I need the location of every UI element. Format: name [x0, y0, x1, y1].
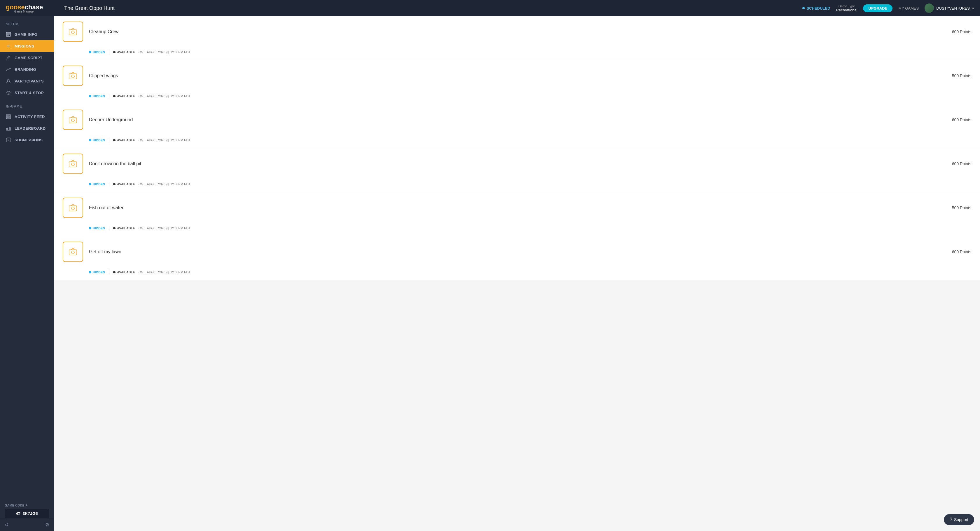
mission-name: Cleanup Crew	[89, 29, 946, 34]
info-icon: ℹ	[25, 503, 27, 507]
mission-main: Deeper Underground 600 Points	[54, 104, 980, 135]
hidden-label: HIDDEN	[93, 94, 105, 98]
missions-icon: ≡	[6, 43, 11, 49]
leaderboard-icon	[6, 125, 11, 131]
status-on-label: ON	[138, 94, 143, 98]
sidebar-item-participants[interactable]: PARTICIPANTS	[0, 75, 54, 87]
available-label: AVAILABLE	[117, 182, 135, 186]
game-type-value: Recreational	[836, 8, 857, 12]
available-dot	[113, 95, 116, 97]
hidden-label: HIDDEN	[93, 138, 105, 142]
game-code-value: 3K7JG6	[22, 511, 38, 516]
svg-rect-27	[69, 206, 77, 211]
hidden-dot	[89, 139, 91, 141]
sidebar-item-leaderboard[interactable]: LEADERBOARD	[0, 122, 54, 134]
mission-info: Clipped wings	[89, 73, 946, 78]
svg-point-26	[72, 163, 75, 166]
mission-status-bar: HIDDEN | AVAILABLE ON AUG 5, 2020 @ 12:0…	[54, 47, 980, 60]
hidden-status: HIDDEN	[89, 138, 105, 142]
mission-points: 500 Points	[952, 73, 971, 78]
sidebar-actions: ↺ ⚙	[0, 518, 54, 531]
sidebar-item-label: START & STOP	[14, 90, 44, 95]
sidebar-item-branding[interactable]: BRANDING	[0, 63, 54, 75]
svg-rect-14	[10, 128, 11, 130]
mission-status-bar: HIDDEN | AVAILABLE ON AUG 5, 2020 @ 12:0…	[54, 135, 980, 148]
mission-item[interactable]: Get off my lawn 600 Points HIDDEN | AVAI…	[54, 236, 980, 281]
camera-icon	[69, 28, 77, 35]
status-divider: |	[108, 269, 110, 275]
avatar-image	[924, 3, 934, 13]
sidebar-item-submissions[interactable]: SUBMISSIONS	[0, 134, 54, 146]
available-label: AVAILABLE	[117, 138, 135, 142]
sidebar-item-game-info[interactable]: GAME INFO	[0, 29, 54, 40]
mission-main: Clipped wings 500 Points	[54, 60, 980, 91]
content-area: Cleanup Crew 600 Points HIDDEN | AVAILAB…	[54, 16, 980, 531]
mission-item[interactable]: Don't drown in the ball pit 600 Points H…	[54, 148, 980, 192]
sidebar-item-label: SUBMISSIONS	[14, 138, 43, 142]
support-label: Support	[954, 517, 968, 522]
status-date: AUG 5, 2020 @ 12:00PM EDT	[147, 94, 191, 98]
app-header: goosechase Game Manager The Great Oppo H…	[0, 0, 980, 16]
camera-icon	[69, 72, 77, 79]
status-divider: |	[108, 49, 110, 55]
status-on-label: ON	[138, 182, 143, 186]
game-title: The Great Oppo Hunt	[64, 5, 797, 11]
sidebar-item-label: GAME INFO	[14, 32, 37, 37]
status-date: AUG 5, 2020 @ 12:00PM EDT	[147, 138, 191, 142]
sidebar-item-activity-feed[interactable]: ACTIVITY FEED	[0, 111, 54, 122]
mission-info: Fish out of water	[89, 205, 946, 211]
sidebar-item-label: GAME SCRIPT	[14, 55, 43, 60]
hidden-label: HIDDEN	[93, 182, 105, 186]
mission-points: 600 Points	[952, 249, 971, 254]
settings-icon[interactable]: ⚙	[45, 522, 49, 528]
mission-item[interactable]: Cleanup Crew 600 Points HIDDEN | AVAILAB…	[54, 16, 980, 60]
available-label: AVAILABLE	[117, 51, 135, 54]
upgrade-button[interactable]: UPGRADE	[863, 5, 892, 12]
hidden-dot	[89, 227, 91, 229]
available-status: AVAILABLE	[113, 94, 135, 98]
my-games-link[interactable]: MY GAMES	[898, 6, 919, 11]
sidebar-item-game-script[interactable]: GAME SCRIPT	[0, 52, 54, 63]
avatar	[924, 3, 934, 13]
available-status: AVAILABLE	[113, 138, 135, 142]
game-type-label: Game Type	[836, 5, 857, 8]
available-status: AVAILABLE	[113, 271, 135, 274]
available-label: AVAILABLE	[117, 94, 135, 98]
tag-icon: 🏷	[16, 511, 20, 516]
hidden-status: HIDDEN	[89, 271, 105, 274]
available-status: AVAILABLE	[113, 51, 135, 54]
chevron-down-icon: ▾	[972, 6, 974, 11]
share-icon[interactable]: ↺	[5, 522, 8, 528]
mission-name: Don't drown in the ball pit	[89, 161, 946, 166]
support-button[interactable]: ? Support	[944, 514, 974, 525]
available-dot	[113, 139, 116, 141]
user-area[interactable]: DUSTYVENTURES ▾	[924, 3, 974, 13]
mission-main: Cleanup Crew 600 Points	[54, 16, 980, 47]
svg-point-22	[72, 75, 75, 78]
sidebar-item-missions[interactable]: ≡ MISSIONS	[0, 40, 54, 52]
status-divider: |	[108, 94, 110, 99]
start-stop-icon	[6, 90, 11, 95]
activity-feed-icon	[6, 114, 11, 119]
main-layout: Setup GAME INFO ≡ MISSIONS	[0, 16, 980, 531]
scheduled-label: SCHEDULED	[807, 6, 830, 11]
mission-item[interactable]: Fish out of water 500 Points HIDDEN | AV…	[54, 192, 980, 236]
mission-item[interactable]: Clipped wings 500 Points HIDDEN | AVAILA…	[54, 60, 980, 104]
status-on-label: ON	[138, 138, 143, 142]
game-script-icon	[6, 55, 11, 60]
available-dot	[113, 51, 116, 53]
mission-name: Clipped wings	[89, 73, 946, 78]
mission-item[interactable]: Deeper Underground 600 Points HIDDEN | A…	[54, 104, 980, 148]
available-dot	[113, 271, 116, 273]
sidebar-item-start-stop[interactable]: START & STOP	[0, 87, 54, 98]
setup-section-label: Setup	[0, 16, 54, 29]
mission-points: 600 Points	[952, 162, 971, 166]
mission-main: Fish out of water 500 Points	[54, 192, 980, 223]
game-info-icon	[6, 32, 11, 37]
user-name: DUSTYVENTURES	[936, 6, 970, 11]
hidden-status: HIDDEN	[89, 182, 105, 186]
svg-point-30	[72, 251, 75, 254]
hidden-dot	[89, 95, 91, 97]
camera-icon	[69, 248, 77, 255]
mission-main: Get off my lawn 600 Points	[54, 236, 980, 267]
